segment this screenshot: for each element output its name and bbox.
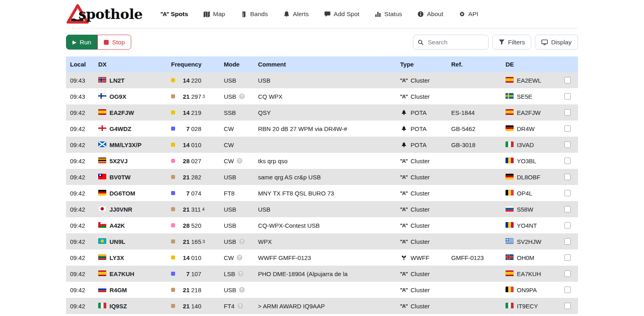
spot-select-checkbox[interactable] bbox=[564, 77, 571, 83]
frequency-cell: 14 220 bbox=[168, 77, 220, 84]
de-callsign[interactable]: DL8OBF bbox=[517, 174, 540, 181]
type-label: Cluster bbox=[411, 77, 430, 84]
de-callsign[interactable]: OH0M bbox=[517, 254, 534, 261]
de-callsign[interactable]: S58W bbox=[517, 206, 533, 213]
filters-button[interactable]: Filters bbox=[492, 35, 531, 50]
select-cell bbox=[561, 93, 578, 100]
spot-select-checkbox[interactable] bbox=[564, 287, 571, 293]
frequency-mhz: 14 bbox=[180, 141, 190, 148]
dx-callsign[interactable]: G4WDZ bbox=[109, 125, 131, 132]
spothole-logo[interactable]: spothole bbox=[66, 4, 142, 25]
table-row: 09:42 MM/LY3X/P 14 010 CW ? POTA GB-3018… bbox=[66, 137, 578, 153]
spot-select-checkbox[interactable] bbox=[564, 141, 571, 148]
nav-item-about[interactable]: About bbox=[417, 10, 444, 18]
de-callsign[interactable]: YO4NT bbox=[517, 222, 537, 229]
spot-select-checkbox[interactable] bbox=[564, 238, 571, 245]
spot-select-checkbox[interactable] bbox=[564, 109, 571, 116]
frequency-mhz: 7 bbox=[180, 125, 190, 132]
spot-select-checkbox[interactable] bbox=[564, 303, 571, 309]
nav-item-status[interactable]: Status bbox=[375, 10, 402, 18]
frequency-mhz: 28 bbox=[180, 158, 190, 164]
mode-help-icon[interactable]: ? bbox=[239, 94, 245, 99]
dx-callsign[interactable]: BV0TW bbox=[109, 174, 131, 181]
mode-help-icon[interactable]: ? bbox=[237, 303, 243, 309]
de-callsign[interactable]: SV2HJW bbox=[517, 238, 541, 245]
dx-callsign[interactable]: LN2T bbox=[109, 77, 125, 84]
select-cell bbox=[561, 109, 578, 116]
column-header-local: Local bbox=[66, 61, 94, 68]
de-callsign[interactable]: ON9PA bbox=[517, 287, 537, 293]
nav-item-api[interactable]: API bbox=[458, 10, 478, 18]
dx-callsign[interactable]: EA2FJW bbox=[109, 109, 134, 116]
mode-help-icon[interactable]: ? bbox=[239, 287, 245, 293]
type-label: POTA bbox=[411, 125, 427, 132]
spot-select-checkbox[interactable] bbox=[564, 206, 571, 212]
dx-callsign[interactable]: 5X2VJ bbox=[109, 158, 128, 164]
type-icon: "A" bbox=[400, 303, 407, 309]
band-color-icon bbox=[171, 272, 175, 276]
stop-icon bbox=[104, 40, 109, 45]
nav-item-bands[interactable]: Bands bbox=[240, 10, 268, 18]
nav-item-alerts[interactable]: Alerts bbox=[283, 10, 309, 18]
de-callsign[interactable]: EA2FJW bbox=[517, 109, 541, 116]
spot-select-checkbox[interactable] bbox=[564, 93, 571, 100]
type-label: POTA bbox=[411, 109, 427, 116]
mode-help-icon[interactable]: ? bbox=[237, 158, 242, 164]
mode-help-icon[interactable]: ? bbox=[237, 255, 242, 260]
spot-time: 09:42 bbox=[66, 238, 94, 245]
spot-time: 09:42 bbox=[66, 174, 94, 181]
de-callsign[interactable]: OP4L bbox=[517, 190, 532, 197]
de-callsign[interactable]: DR4W bbox=[517, 125, 535, 132]
de-callsign[interactable]: EA7KUH bbox=[517, 270, 541, 277]
frequency-cell: 21 297 3 bbox=[168, 93, 220, 100]
de-callsign[interactable]: YO3BL bbox=[517, 158, 536, 164]
spot-select-checkbox[interactable] bbox=[564, 270, 571, 277]
search-input[interactable] bbox=[427, 38, 484, 46]
dx-flag-icon bbox=[98, 238, 106, 245]
about-icon bbox=[417, 11, 424, 18]
frequency-khz: 219 bbox=[191, 109, 201, 116]
frequency-cell: 14 219 bbox=[168, 109, 220, 116]
dx-callsign[interactable]: LY3X bbox=[109, 254, 124, 261]
type-icon: "A" bbox=[400, 239, 407, 245]
dx-callsign[interactable]: MM/LY3X/P bbox=[109, 141, 141, 148]
mode-help-icon[interactable]: ? bbox=[239, 239, 245, 244]
nav-item-map[interactable]: Map bbox=[203, 10, 225, 18]
run-button[interactable]: ▶ Run bbox=[66, 35, 97, 50]
dx-callsign[interactable]: R4GM bbox=[109, 287, 127, 293]
display-button[interactable]: Display bbox=[535, 35, 578, 50]
spot-select-checkbox[interactable] bbox=[564, 158, 571, 164]
de-callsign[interactable]: SE5E bbox=[517, 93, 532, 100]
de-flag-icon bbox=[506, 93, 514, 100]
dx-callsign[interactable]: EA7KUH bbox=[109, 270, 134, 277]
dx-callsign[interactable]: IQ9SZ bbox=[109, 303, 127, 310]
dx-cell: JJ0VNR bbox=[94, 206, 168, 213]
de-callsign[interactable]: IT9ECY bbox=[517, 303, 538, 310]
spot-select-checkbox[interactable] bbox=[564, 222, 571, 229]
spot-select-checkbox[interactable] bbox=[564, 254, 571, 261]
nav-item-spots[interactable]: "A"Spots bbox=[161, 10, 188, 18]
mode-help-icon[interactable]: ? bbox=[238, 271, 244, 276]
spot-select-checkbox[interactable] bbox=[564, 125, 571, 132]
de-callsign[interactable]: I3VAD bbox=[517, 141, 534, 148]
spot-comment: > ARMI AWARD IQ9AAP bbox=[254, 303, 396, 310]
frequency-mhz: 7 bbox=[180, 270, 190, 277]
dx-callsign[interactable]: JJ0VNR bbox=[109, 206, 132, 213]
dx-cell: UN9L bbox=[94, 238, 168, 245]
spot-time: 09:42 bbox=[66, 190, 94, 197]
dx-callsign[interactable]: UN9L bbox=[109, 238, 125, 245]
stop-button[interactable]: Stop bbox=[97, 35, 131, 50]
dx-callsign[interactable]: A42K bbox=[109, 222, 125, 229]
dx-callsign[interactable]: DG6TOM bbox=[109, 190, 135, 197]
spot-comment: USB bbox=[254, 77, 396, 84]
alerts-icon bbox=[283, 11, 290, 18]
type-icon: "A" bbox=[400, 77, 407, 83]
dx-flag-icon bbox=[98, 287, 106, 293]
spot-select-checkbox[interactable] bbox=[564, 174, 571, 180]
table-row: 09:42 5X2VJ 28 027 CW ? tks qrp qso "A" … bbox=[66, 153, 578, 169]
type-icon: "A" bbox=[400, 206, 407, 212]
de-callsign[interactable]: EA2EWL bbox=[517, 77, 541, 84]
spot-select-checkbox[interactable] bbox=[564, 190, 571, 196]
dx-callsign[interactable]: OG9X bbox=[109, 93, 126, 100]
nav-item-add-spot[interactable]: Add Spot bbox=[324, 10, 359, 18]
